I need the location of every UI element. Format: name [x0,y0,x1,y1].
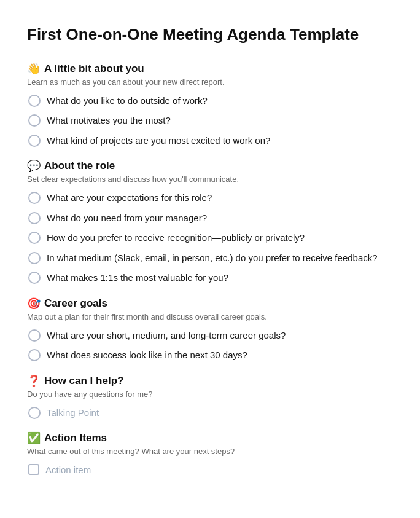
list-item[interactable]: Talking Point [27,406,393,420]
section-title-action-items: Action Items [44,432,107,444]
section-how-can-i-help: ❓How can I help?Do you have any question… [27,375,393,420]
list-item[interactable]: What are your expectations for this role… [27,191,393,205]
section-header-career-goals: 🎯Career goals [27,297,393,310]
square-checkbox-icon[interactable] [28,464,39,475]
circle-checkbox-icon[interactable] [28,232,41,244]
list-item[interactable]: What makes 1:1s the most valuable for yo… [27,271,393,285]
item-text: How do you prefer to receive recognition… [47,231,305,245]
section-emoji-how-can-i-help: ❓ [27,375,41,387]
circle-checkbox-icon[interactable] [28,212,41,224]
item-text: What do you need from your manager? [47,211,207,226]
circle-checkbox-icon[interactable] [28,135,41,147]
section-emoji-career-goals: 🎯 [27,298,41,309]
list-item[interactable]: In what medium (Slack, email, in person,… [27,251,393,265]
section-subtitle-about-role: Set clear expectations and discuss how y… [27,175,393,184]
circle-checkbox-icon[interactable] [28,192,41,204]
section-action-items: ✅Action ItemsWhat came out of this meeti… [27,432,393,477]
item-text: What do you like to do outside of work? [47,94,208,108]
circle-checkbox-icon[interactable] [28,272,41,284]
section-emoji-about-role: 💬 [27,160,41,171]
list-item[interactable]: What motivates you the most? [27,114,393,128]
item-text: Talking Point [47,406,99,420]
section-emoji-action-items: ✅ [27,433,41,444]
list-item[interactable]: What kind of projects are you most excit… [27,134,393,148]
section-header-action-items: ✅Action Items [27,432,393,444]
list-item[interactable]: What do you like to do outside of work? [27,94,393,108]
section-about-role: 💬About the roleSet clear expectations an… [27,160,393,285]
list-item[interactable]: Action item [27,463,393,477]
item-text: Action item [45,463,91,477]
item-text: What makes 1:1s the most valuable for yo… [47,271,228,285]
item-text: What motivates you the most? [47,114,171,128]
list-item[interactable]: What are your short, medium, and long-te… [27,329,393,343]
section-header-about-role: 💬About the role [27,160,393,172]
list-item[interactable]: How do you prefer to receive recognition… [27,231,393,245]
circle-checkbox-icon[interactable] [28,329,41,342]
section-career-goals: 🎯Career goalsMap out a plan for their fi… [27,297,393,363]
circle-checkbox-icon[interactable] [28,95,41,107]
item-text: What are your expectations for this role… [47,191,212,205]
item-text: What are your short, medium, and long-te… [47,329,286,343]
item-text: What kind of projects are you most excit… [47,134,270,148]
circle-checkbox-icon[interactable] [28,349,41,361]
section-title-about-you: A little bit about you [44,63,144,75]
circle-checkbox-icon[interactable] [28,252,41,264]
section-subtitle-how-can-i-help: Do you have any questions for me? [27,390,393,399]
item-text: What does success look like in the next … [47,348,247,363]
list-item[interactable]: What does success look like in the next … [27,348,393,363]
section-title-about-role: About the role [44,160,115,172]
page-title: First One-on-One Meeting Agenda Template [27,25,393,45]
circle-checkbox-icon[interactable] [28,114,41,127]
circle-checkbox-icon[interactable] [28,407,41,419]
section-subtitle-action-items: What came out of this meeting? What are … [27,447,393,456]
section-subtitle-about-you: Learn as much as you can about your new … [27,77,393,87]
item-text: In what medium (Slack, email, in person,… [47,251,378,265]
section-emoji-about-you: 👋 [27,63,41,74]
list-item[interactable]: What do you need from your manager? [27,211,393,226]
section-subtitle-career-goals: Map out a plan for their first month and… [27,312,393,321]
section-title-how-can-i-help: How can I help? [44,375,123,387]
section-header-about-you: 👋A little bit about you [27,63,393,75]
section-about-you: 👋A little bit about youLearn as much as … [27,63,393,148]
section-title-career-goals: Career goals [44,297,107,310]
section-header-how-can-i-help: ❓How can I help? [27,375,393,387]
